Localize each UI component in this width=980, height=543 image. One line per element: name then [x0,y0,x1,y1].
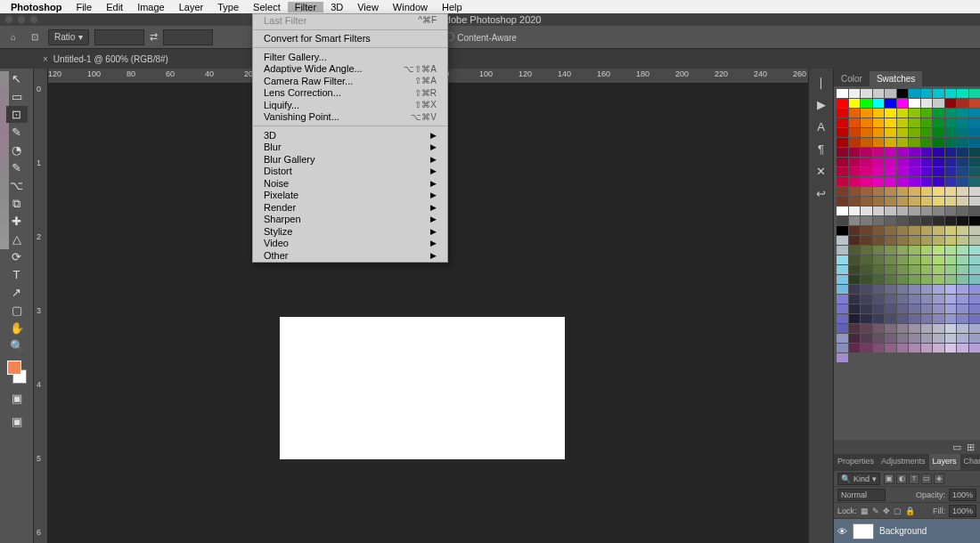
swatch[interactable] [945,99,957,108]
swatch[interactable] [849,295,861,304]
gradient-tool[interactable]: △ [6,231,28,247]
swatch[interactable] [849,158,861,166]
swatch[interactable] [897,216,909,225]
swatch[interactable] [945,109,957,118]
swatch[interactable] [849,118,861,127]
artboard[interactable] [280,317,565,459]
swatch[interactable] [873,138,885,147]
swatch[interactable] [909,187,920,196]
swatch[interactable] [921,314,933,323]
swatch[interactable] [921,148,933,157]
menu-layer[interactable]: Layer [172,2,211,12]
filter-shape-icon[interactable]: ▭ [921,474,932,484]
swatch[interactable] [849,334,861,343]
swatch[interactable] [909,265,920,274]
swatch[interactable] [921,246,933,255]
swatch[interactable] [957,314,968,323]
swatch[interactable] [921,324,933,333]
swatch[interactable] [933,187,944,196]
swatch[interactable] [861,158,872,166]
menuitem-convert-for-smart-filters[interactable]: Convert for Smart Filters [253,33,447,45]
swatch[interactable] [921,295,933,304]
color-picker[interactable] [5,361,29,384]
swatch[interactable] [933,324,944,333]
swatch[interactable] [945,265,957,274]
swatch[interactable] [837,109,848,118]
swatch[interactable] [933,334,944,343]
menu-file[interactable]: File [69,2,99,12]
swatch[interactable] [873,275,885,284]
swatch[interactable] [933,304,944,313]
brush-tool[interactable]: ✎ [6,159,28,176]
swatch[interactable] [873,226,885,235]
swatch[interactable] [969,197,981,206]
swatch[interactable] [945,167,957,176]
swatch[interactable] [909,314,920,323]
swatch[interactable] [849,89,861,98]
swatch[interactable] [909,167,920,176]
swatch[interactable] [861,314,872,323]
swatch[interactable] [957,334,968,343]
swatch[interactable] [873,324,885,333]
type-tool[interactable]: T [6,266,28,283]
swatch[interactable] [885,89,896,98]
swatch[interactable] [849,128,861,137]
swatch[interactable] [933,314,944,323]
swatch[interactable] [957,109,968,118]
swatch[interactable] [837,295,848,304]
swatch[interactable] [897,344,909,353]
swatch[interactable] [909,109,920,118]
swatch[interactable] [909,138,920,147]
swatch[interactable] [861,89,872,98]
menuitem-pixelate[interactable]: Pixelate▶ [253,190,447,202]
swatch[interactable] [945,344,957,353]
swatch[interactable] [897,118,909,127]
swatch[interactable] [957,197,968,206]
swatch[interactable] [933,295,944,304]
swatch[interactable] [861,344,872,353]
swatch[interactable] [945,226,957,235]
swatch[interactable] [897,99,909,108]
swatch[interactable] [861,109,872,118]
swatch[interactable] [849,109,861,118]
swatch[interactable] [969,99,981,108]
swatch[interactable] [885,246,896,255]
swatch[interactable] [921,265,933,274]
swatch[interactable] [897,285,909,294]
swatch[interactable] [885,324,896,333]
marquee-tool[interactable]: ▭ [6,88,28,105]
swatch[interactable] [909,216,920,225]
swatch[interactable] [921,158,933,166]
swatch[interactable] [849,314,861,323]
visibility-icon[interactable]: 👁 [837,526,847,537]
swatch[interactable] [885,99,896,108]
swatch[interactable] [957,148,968,157]
menu-window[interactable]: Window [386,2,435,12]
swatch[interactable] [897,128,909,137]
fill-input[interactable]: 100% [949,505,976,517]
swatch[interactable] [873,148,885,157]
swatch[interactable] [945,295,957,304]
swatch[interactable] [861,226,872,235]
swatch[interactable] [957,207,968,215]
swatch[interactable] [885,148,896,157]
swatch[interactable] [921,255,933,264]
zoom-tool[interactable]: 🔍 [6,337,28,354]
swatch[interactable] [921,207,933,215]
swatch[interactable] [933,246,944,255]
swatch[interactable] [933,265,944,274]
blur-tool[interactable]: ⟳ [6,248,28,265]
layer-row[interactable]: 👁 Background [834,518,980,543]
swatch[interactable] [885,344,896,353]
swatch[interactable] [897,138,909,147]
rectangle-tool[interactable]: ▢ [6,302,28,319]
swatch[interactable] [861,128,872,137]
menu-view[interactable]: View [350,2,386,12]
swatch[interactable] [909,246,920,255]
menuitem-adaptive-wide-angle-[interactable]: Adaptive Wide Angle...⌥⇧⌘A [253,63,447,76]
swatch[interactable] [837,128,848,137]
swatch[interactable] [957,89,968,98]
swatch[interactable] [861,246,872,255]
swatch[interactable] [909,226,920,235]
swatch[interactable] [921,99,933,108]
